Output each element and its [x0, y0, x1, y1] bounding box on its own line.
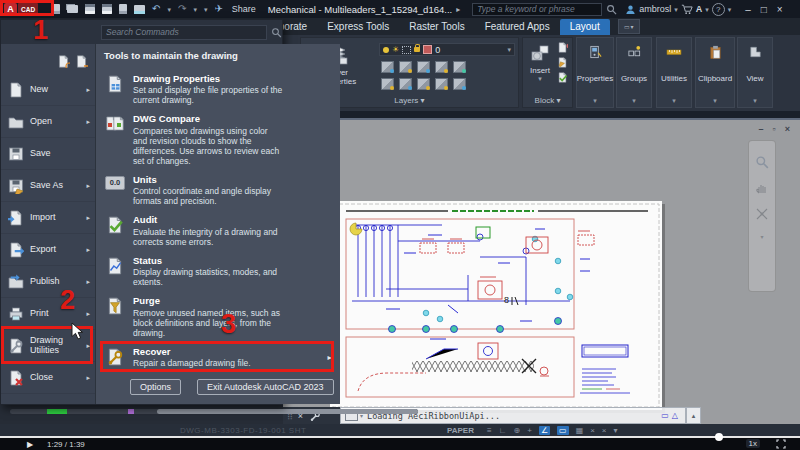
groups-panel[interactable]: Groups ▾ [616, 37, 652, 108]
layer-lock-icon[interactable] [414, 47, 420, 52]
apps-dropdown-icon[interactable]: ▾ [705, 6, 709, 13]
properties-panel[interactable]: Properties ▾ [576, 37, 614, 108]
share-button[interactable]: Share [232, 4, 256, 14]
utilities-panel[interactable]: Utilities ▾ [656, 37, 692, 108]
user-avatar-icon[interactable] [625, 4, 636, 15]
sidebar-item-save-as[interactable]: Save As ▸ [1, 170, 95, 202]
view-flyout-icon[interactable]: ▾ [753, 97, 757, 105]
redo-icon[interactable]: ↷ [178, 4, 186, 14]
layer-previous-icon[interactable] [417, 78, 430, 90]
selection-cycling-icon[interactable]: × [590, 426, 595, 435]
open-file-icon[interactable] [67, 5, 78, 13]
recent-documents-icon[interactable] [57, 55, 70, 68]
video-playhead[interactable] [715, 433, 723, 441]
zoom-tool-icon[interactable] [755, 155, 769, 169]
maximize-button[interactable]: □ [761, 4, 767, 15]
drawing-close-icon[interactable]: × [785, 124, 790, 134]
help-search-input[interactable] [472, 3, 602, 16]
drawing-minimize-icon[interactable]: – [759, 124, 764, 134]
insert-button[interactable]: Insert ▾ [524, 40, 556, 82]
menu-item-recover[interactable]: Recover Repair a damaged drawing file. ▸ [104, 347, 334, 368]
share-plane-icon[interactable]: ✈ [214, 4, 222, 14]
sidebar-item-save[interactable]: Save [1, 138, 95, 170]
menu-item-audit[interactable]: Audit Evaluate the integrity of a drawin… [104, 215, 334, 246]
clipboard-panel[interactable]: Clipboard ▾ [695, 37, 735, 108]
menu-item-units[interactable]: 0.0 Units Control coordinate and angle d… [104, 175, 334, 206]
tab-layout[interactable]: Layout [560, 19, 610, 35]
open-documents-icon[interactable] [75, 55, 88, 68]
exit-autocad-button[interactable]: Exit Autodesk AutoCAD 2023 [197, 379, 334, 395]
clipboard-flyout-icon[interactable]: ▾ [713, 97, 717, 105]
layer-selector[interactable]: ☀ 0 ▾ [379, 43, 515, 56]
layer-off-icon[interactable] [435, 61, 448, 73]
drawing-sheet[interactable]: 8 [330, 201, 662, 410]
ortho-toggle-icon[interactable]: ∟ [499, 426, 507, 435]
grid-toggle-icon[interactable]: ≡ [487, 426, 492, 435]
lineweight-toggle-icon[interactable]: ▦ [576, 426, 584, 435]
options-button[interactable]: Options [130, 379, 181, 395]
layer-viewport-icon[interactable] [402, 46, 411, 54]
command-expand-button[interactable]: ▴ [686, 407, 701, 424]
layer-dropdown-icon[interactable]: ▾ [507, 46, 511, 53]
create-block-icon[interactable] [557, 42, 568, 53]
block-panel-label[interactable]: Block ▾ [523, 96, 572, 105]
snap-toggle-icon[interactable]: + [527, 426, 532, 435]
undo-dropdown-icon[interactable]: ▾ [167, 6, 171, 13]
redo-dropdown-icon[interactable]: ▾ [193, 6, 197, 13]
tab-featured-apps[interactable]: Featured Apps [475, 19, 560, 35]
sidebar-item-new[interactable]: New ▸ [1, 74, 95, 106]
minimize-button[interactable]: – [745, 4, 751, 15]
annotation-scale-icon[interactable]: × [602, 426, 607, 435]
play-button[interactable]: ▶ [27, 440, 33, 449]
sidebar-item-close[interactable]: Close ▸ [1, 362, 95, 394]
sidebar-item-import[interactable]: Import ▸ [1, 202, 95, 234]
menu-item-dwg-compare[interactable]: DWG Compare Compares two drawings using … [104, 114, 334, 166]
menu-item-purge[interactable]: Purge Remove unused named items, such as… [104, 296, 334, 337]
isodraft-toggle-icon[interactable]: ∠ [539, 426, 550, 435]
tab-raster-tools[interactable]: Raster Tools [399, 19, 474, 35]
playback-speed-button[interactable]: 1x [746, 439, 760, 448]
account-dropdown-icon[interactable]: ▾ [674, 6, 678, 13]
utilities-flyout-icon[interactable]: ▾ [672, 97, 676, 105]
block-attributes-icon[interactable] [557, 72, 568, 83]
new-file-icon[interactable] [52, 4, 60, 14]
drawing-viewport[interactable]: – ▫ × ▾ [283, 118, 800, 424]
username-label[interactable]: ambrosl [639, 4, 671, 14]
save-icon[interactable] [85, 4, 95, 14]
autodesk-apps-icon[interactable]: A [696, 4, 703, 14]
orbit-tool-icon[interactable] [755, 207, 769, 221]
command-search-input[interactable] [101, 25, 267, 40]
ribbon-options-icon[interactable]: ▭▾ [618, 19, 640, 34]
navigation-bar[interactable]: ▾ [748, 140, 776, 292]
layer-unlock-icon[interactable] [435, 78, 448, 90]
app-menu-button[interactable]: A CAD [4, 3, 38, 16]
help-icon[interactable]: ? [712, 3, 725, 16]
search-icon[interactable] [606, 4, 617, 15]
sidebar-item-export[interactable]: Export ▸ [1, 234, 95, 266]
undo-icon[interactable]: ↶ [152, 4, 160, 14]
horizontal-scrollbar[interactable] [10, 409, 418, 414]
qat-customize-icon[interactable]: ▾ [204, 6, 208, 13]
polar-toggle-icon[interactable]: ⊕ [514, 426, 521, 435]
app-store-cart-icon[interactable] [681, 4, 693, 15]
sidebar-item-open[interactable]: Open ▸ [1, 106, 95, 138]
paper-space-label[interactable]: PAPER [447, 426, 474, 435]
workspace-switch-icon[interactable]: ▾ [614, 426, 618, 435]
help-dropdown-icon[interactable]: ▾ [728, 6, 732, 13]
layer-unisolate-icon[interactable] [399, 61, 412, 73]
navbar-more-icon[interactable]: ▾ [760, 233, 763, 240]
print-icon[interactable] [134, 5, 145, 14]
video-progress-track[interactable] [0, 436, 800, 438]
layer-walk-icon[interactable] [453, 78, 466, 90]
drawing-restore-icon[interactable]: ▫ [773, 124, 776, 134]
groups-flyout-icon[interactable]: ▾ [632, 97, 636, 105]
properties-flyout-icon[interactable]: ▾ [593, 97, 597, 105]
edit-block-icon[interactable] [557, 57, 568, 68]
close-button[interactable]: × [777, 4, 783, 15]
sidebar-item-publish[interactable]: Publish ▸ [1, 266, 95, 298]
fullscreen-icon[interactable] [776, 439, 786, 449]
scrollbar-thumb[interactable] [157, 409, 418, 414]
layer-make-current-icon[interactable] [381, 78, 394, 90]
tab-express-tools[interactable]: Express Tools [317, 19, 399, 35]
osnap-toggle-icon[interactable]: ▭ [557, 426, 569, 435]
